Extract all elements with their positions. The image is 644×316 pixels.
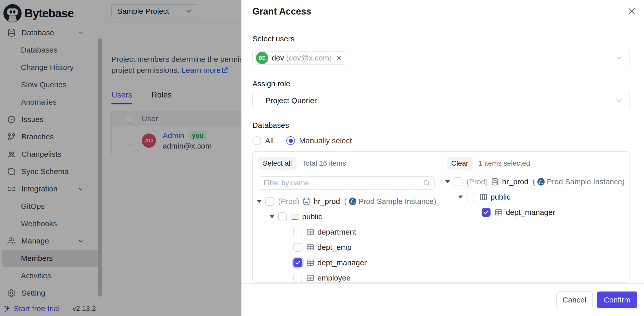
databases-label: Databases [252, 120, 642, 130]
table-icon [306, 228, 314, 236]
tree-expander-icon[interactable] [257, 200, 262, 203]
radio-manually-select[interactable]: Manually select [286, 136, 352, 145]
schema-name: public [302, 212, 322, 221]
modal-header: Grant Access [241, 0, 644, 23]
checkbox[interactable] [454, 177, 462, 186]
postgresql-icon [537, 177, 545, 186]
table-icon [306, 274, 314, 282]
instance-name: Prod Sample Instance) [547, 177, 625, 186]
modal-title: Grant Access [252, 6, 311, 17]
checkbox[interactable] [293, 243, 302, 252]
table-name: dept_manager [317, 258, 367, 267]
table-name: employee [317, 274, 351, 282]
transfer-target-panel: Clear 1 items selected (Prod) hr_prod ( … [441, 152, 629, 282]
instance-paren: ( [533, 177, 535, 186]
chip-user-email: (dev@x.com) [286, 54, 332, 62]
instance-paren: ( [344, 197, 347, 206]
checkbox[interactable] [293, 274, 302, 282]
tree-row-schema[interactable]: public [253, 209, 441, 224]
selected-user-chip: DE dev (dev@x.com) [255, 51, 346, 65]
radio-all[interactable]: All [252, 136, 274, 145]
tree-row-table[interactable]: employee [253, 270, 441, 282]
modal-footer: Cancel Confirm [241, 283, 644, 316]
postgresql-icon [348, 197, 357, 206]
tree-row-database[interactable]: (Prod) hr_prod ( Prod Sample Instance) [441, 174, 629, 189]
role-select[interactable]: Project Querier [252, 92, 630, 109]
radio-selected-icon [286, 136, 295, 145]
database-name: hr_prod [314, 197, 340, 206]
tree-row-schema[interactable]: public [441, 189, 629, 205]
env-label: (Prod) [278, 197, 299, 206]
selected-items-label: 1 items selected [479, 159, 530, 167]
assign-role-label: Assign role [252, 79, 642, 89]
database-transfer: Select all Total 16 items (Prod) hr_prod… [252, 151, 630, 283]
table-name: department [317, 228, 356, 236]
avatar: DE [256, 52, 268, 64]
radio-label: All [265, 136, 274, 145]
source-tree: (Prod) hr_prod ( Prod Sample Instance) p… [253, 194, 441, 282]
role-select-value: Project Querier [265, 96, 317, 105]
total-items-label: Total 16 items [302, 159, 346, 167]
schema-name: public [491, 193, 510, 201]
chevron-down-icon [615, 54, 623, 62]
checkbox[interactable] [467, 193, 475, 201]
select-all-button[interactable]: Select all [258, 157, 297, 170]
close-icon[interactable] [627, 7, 636, 16]
checkbox-checked[interactable] [293, 258, 302, 267]
schema-icon [291, 213, 299, 221]
select-users-label: Select users [252, 34, 642, 44]
instance-name: Prod Sample Instance) [358, 197, 436, 206]
table-icon [306, 243, 314, 251]
remove-user-icon[interactable] [335, 54, 342, 62]
table-icon [495, 208, 503, 216]
transfer-source-panel: Select all Total 16 items (Prod) hr_prod… [253, 152, 441, 282]
tree-expander-icon[interactable] [445, 180, 450, 183]
radio-label: Manually select [299, 136, 352, 145]
checkbox[interactable] [278, 212, 287, 221]
target-tree: (Prod) hr_prod ( Prod Sample Instance) p… [441, 174, 629, 220]
table-icon [306, 259, 314, 267]
radio-icon [252, 136, 261, 145]
table-name: dept_manager [506, 208, 555, 217]
filter-field [259, 176, 435, 190]
checkbox[interactable] [265, 197, 274, 206]
chevron-down-icon [615, 96, 623, 105]
tree-row-database[interactable]: (Prod) hr_prod ( Prod Sample Instance) [253, 194, 441, 209]
table-name: dept_emp [317, 243, 351, 252]
tree-expander-icon[interactable] [269, 215, 275, 218]
chip-user-name: dev [272, 54, 284, 62]
env-label: (Prod) [467, 177, 488, 186]
tree-expander-icon[interactable] [458, 196, 463, 199]
search-icon [423, 179, 430, 187]
database-icon [302, 197, 311, 205]
cancel-button[interactable]: Cancel [556, 291, 593, 308]
tree-row-table[interactable]: dept_manager [253, 255, 441, 270]
tree-row-table[interactable]: department [253, 224, 441, 240]
checkbox-checked[interactable] [482, 208, 491, 217]
filter-input[interactable] [264, 179, 423, 187]
clear-button[interactable]: Clear [447, 157, 473, 170]
tree-row-table[interactable]: dept_manager [441, 205, 629, 220]
check-icon [294, 259, 301, 266]
tree-row-table[interactable]: dept_emp [253, 240, 441, 255]
modal-body: Select users DE dev (dev@x.com) Assign r… [241, 23, 642, 283]
database-scope-radios: All Manually select [252, 136, 642, 146]
confirm-button[interactable]: Confirm [597, 291, 637, 308]
database-icon [491, 178, 499, 186]
checkbox[interactable] [293, 228, 302, 236]
database-name: hr_prod [502, 177, 528, 186]
select-users-input[interactable]: DE dev (dev@x.com) [252, 49, 630, 67]
grant-access-modal: Grant Access Select users DE dev (dev@x.… [241, 0, 644, 316]
check-icon [483, 209, 490, 216]
schema-icon [479, 193, 487, 201]
